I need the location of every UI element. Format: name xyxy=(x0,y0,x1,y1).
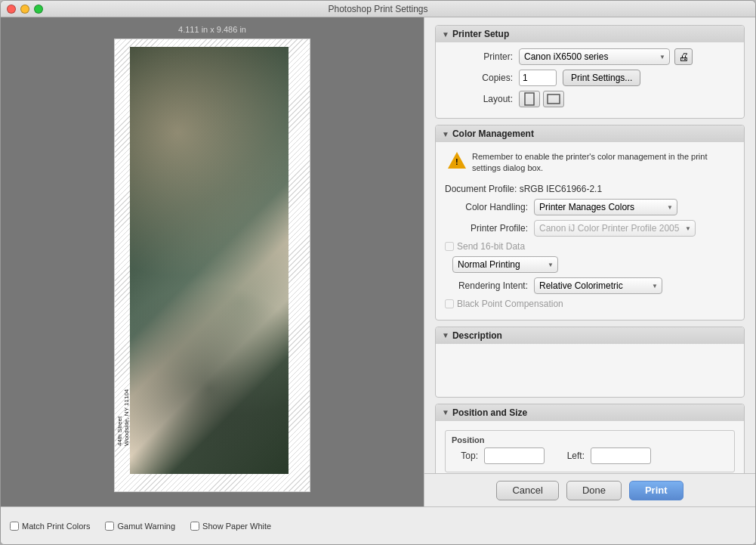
printer-row: Printer: Canon iX6500 series 🖨 xyxy=(445,48,735,65)
svg-rect-0 xyxy=(525,93,534,105)
gamut-warning-item: Gamut Warning xyxy=(105,522,175,531)
position-size-header[interactable]: ▼ Position and Size xyxy=(436,404,744,421)
layout-row: Layout: xyxy=(445,91,735,107)
done-button[interactable]: Done xyxy=(566,481,622,500)
printer-profile-label: Printer Profile: xyxy=(445,223,528,234)
layout-label: Layout: xyxy=(445,94,513,104)
position-row: Top: Left: xyxy=(452,447,728,464)
send-16bit-checkbox[interactable] xyxy=(445,242,454,251)
send-16bit-label: Send 16-bit Data xyxy=(457,241,525,252)
description-title: Description xyxy=(452,330,502,341)
rendering-intent-label: Rendering Intent: xyxy=(445,280,528,291)
layout-portrait-button[interactable] xyxy=(519,91,540,107)
position-size-section: ▼ Position and Size Position Top: Left: xyxy=(435,404,745,473)
photo-noise xyxy=(130,47,289,474)
color-handling-select[interactable]: Printer Manages Colors xyxy=(534,199,677,215)
black-point-checkbox[interactable] xyxy=(445,299,454,308)
print-settings-button[interactable]: Print Settings... xyxy=(563,70,640,86)
color-handling-select-wrap: Printer Manages Colors xyxy=(534,199,677,215)
settings-panel: ▼ Printer Setup Printer: Canon iX6500 se… xyxy=(424,17,755,506)
printer-select[interactable]: Canon iX6500 series xyxy=(519,48,670,65)
gamut-warning-checkbox[interactable] xyxy=(105,522,114,531)
rendering-intent-row: Rendering Intent: Relative Colorimetric xyxy=(445,277,735,294)
color-management-triangle: ▼ xyxy=(442,130,449,138)
window-controls xyxy=(7,5,43,14)
close-button[interactable] xyxy=(7,5,16,14)
description-section: ▼ Description xyxy=(435,327,745,398)
color-handling-label: Color Handling: xyxy=(445,202,528,212)
printer-profile-select-wrap: Canon iJ Color Printer Profile 2005 xyxy=(534,220,696,237)
settings-scroll[interactable]: ▼ Printer Setup Printer: Canon iX6500 se… xyxy=(424,17,755,473)
position-size-title: Position and Size xyxy=(452,407,527,418)
left-input[interactable] xyxy=(591,447,651,464)
maximize-button[interactable] xyxy=(34,5,43,14)
copies-row: Copies: Print Settings... xyxy=(445,70,735,86)
layout-buttons xyxy=(519,91,564,107)
minimize-button[interactable] xyxy=(20,5,29,14)
match-print-colors-checkbox[interactable] xyxy=(10,522,19,531)
action-buttons: Cancel Done Print xyxy=(424,473,755,506)
printer-icon-button[interactable]: 🖨 xyxy=(674,48,693,65)
position-size-triangle: ▼ xyxy=(442,408,449,416)
description-header[interactable]: ▼ Description xyxy=(436,327,744,344)
layout-landscape-button[interactable] xyxy=(543,91,564,107)
match-print-colors-label: Match Print Colors xyxy=(22,522,90,531)
copies-input[interactable] xyxy=(519,70,557,86)
printer-profile-row: Printer Profile: Canon iJ Color Printer … xyxy=(445,220,735,237)
printer-setup-body: Printer: Canon iX6500 series 🖨 Copies: xyxy=(436,42,744,118)
photo-area xyxy=(130,47,289,474)
printer-setup-header[interactable]: ▼ Printer Setup xyxy=(436,26,744,42)
address-text: Lara Solow 44th Street Woodside, NY 1110… xyxy=(114,389,130,446)
preview-size-label: 4.111 in x 9.486 in xyxy=(178,25,246,34)
rendering-intent-select-wrap: Relative Colorimetric xyxy=(534,277,662,294)
warning-text: Remember to enable the printer's color m… xyxy=(472,151,732,175)
show-paper-white-item: Show Paper White xyxy=(190,522,271,531)
title-bar: Photoshop Print Settings xyxy=(1,1,755,17)
position-size-body: Position Top: Left: xyxy=(436,421,744,473)
color-management-header[interactable]: ▼ Color Management xyxy=(436,125,744,142)
show-paper-white-checkbox[interactable] xyxy=(190,522,199,531)
show-paper-white-label: Show Paper White xyxy=(202,522,271,531)
description-triangle: ▼ xyxy=(442,331,449,339)
rendering-intent-select[interactable]: Relative Colorimetric xyxy=(534,277,662,294)
normal-printing-select-wrap: Normal Printing xyxy=(452,256,558,273)
svg-rect-1 xyxy=(548,94,560,104)
gamut-warning-label: Gamut Warning xyxy=(117,522,175,531)
copies-label: Copies: xyxy=(445,73,513,83)
left-label: Left: xyxy=(558,451,585,461)
printer-setup-section: ▼ Printer Setup Printer: Canon iX6500 se… xyxy=(435,25,745,119)
top-input[interactable] xyxy=(484,447,545,464)
bottom-bar: Match Print Colors Gamut Warning Show Pa… xyxy=(1,506,755,544)
cancel-button[interactable]: Cancel xyxy=(496,481,558,500)
printer-setup-title: Printer Setup xyxy=(452,29,509,39)
color-management-body: ! Remember to enable the printer's color… xyxy=(436,142,744,320)
color-management-title: Color Management xyxy=(452,129,534,139)
warning-icon: ! xyxy=(448,151,466,169)
main-content: 4.111 in x 9.486 in Lara Solow 44th Stre… xyxy=(1,17,755,506)
print-button[interactable]: Print xyxy=(629,481,683,500)
printer-label: Printer: xyxy=(445,51,513,62)
color-management-section: ▼ Color Management ! Reme xyxy=(435,125,745,320)
position-sub-title: Position xyxy=(452,435,728,444)
normal-printing-row: Normal Printing xyxy=(452,256,735,273)
window-title: Photoshop Print Settings xyxy=(328,4,427,14)
preview-paper: Lara Solow 44th Street Woodside, NY 1110… xyxy=(114,39,310,492)
send-16bit-row: Send 16-bit Data xyxy=(445,241,735,252)
normal-printing-select[interactable]: Normal Printing xyxy=(452,256,558,273)
printer-select-wrap: Canon iX6500 series xyxy=(519,48,670,65)
doc-profile: Document Profile: sRGB IEC61966-2.1 xyxy=(445,184,735,194)
description-body xyxy=(436,344,744,397)
black-point-row: Black Point Compensation xyxy=(445,299,735,309)
match-print-colors-item: Match Print Colors xyxy=(10,522,90,531)
warning-row: ! Remember to enable the printer's color… xyxy=(445,148,735,178)
printer-profile-select[interactable]: Canon iJ Color Printer Profile 2005 xyxy=(534,220,696,237)
position-sub-section: Position Top: Left: xyxy=(445,430,735,472)
black-point-label: Black Point Compensation xyxy=(457,299,563,309)
printer-setup-triangle: ▼ xyxy=(442,30,449,39)
color-handling-row: Color Handling: Printer Manages Colors xyxy=(445,199,735,215)
preview-panel: 4.111 in x 9.486 in Lara Solow 44th Stre… xyxy=(1,17,424,506)
top-label: Top: xyxy=(452,451,478,461)
main-window: Photoshop Print Settings 4.111 in x 9.48… xyxy=(0,0,756,545)
